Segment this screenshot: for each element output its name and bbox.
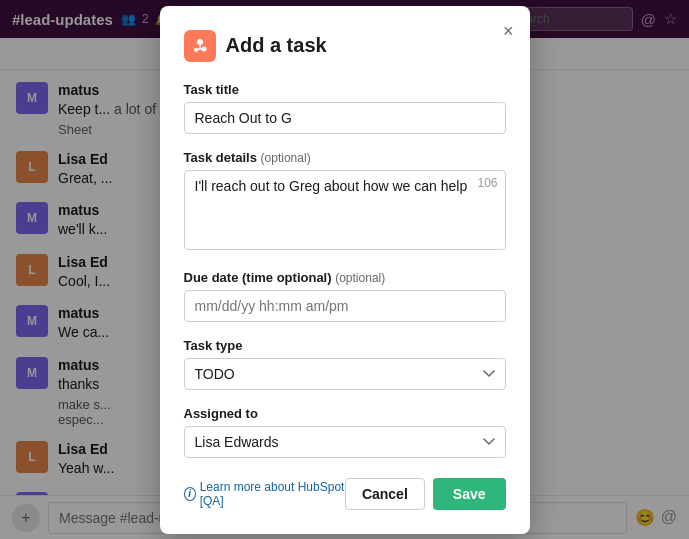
save-button[interactable]: Save [433, 478, 506, 510]
modal-header: Add a task [184, 30, 506, 62]
due-date-label: Due date (time optional) (optional) [184, 270, 506, 285]
modal-close-button[interactable]: × [503, 22, 514, 40]
modal-overlay: × Add a task Task title [0, 0, 689, 539]
assigned-to-select[interactable]: Lisa Edwards [184, 426, 506, 458]
task-type-select[interactable]: TODO CALL EMAIL MEETING [184, 358, 506, 390]
task-details-wrapper: I'll reach out to Greg about how we can … [184, 170, 506, 254]
task-type-label: Task type [184, 338, 506, 353]
footer-actions: Cancel Save [345, 478, 506, 510]
due-date-input[interactable] [184, 290, 506, 322]
task-title-input[interactable] [184, 102, 506, 134]
cancel-button[interactable]: Cancel [345, 478, 425, 510]
task-details-label: Task details (optional) [184, 150, 506, 165]
task-details-group: Task details (optional) I'll reach out t… [184, 150, 506, 254]
info-icon: i [184, 487, 196, 501]
hubspot-logo [184, 30, 216, 62]
char-count: 106 [477, 176, 497, 190]
task-details-textarea[interactable]: I'll reach out to Greg about how we can … [184, 170, 506, 250]
modal-title: Add a task [226, 34, 327, 57]
modal-footer: i Learn more about HubSpot [QA] Cancel S… [184, 478, 506, 510]
assigned-to-label: Assigned to [184, 406, 506, 421]
assigned-to-group: Assigned to Lisa Edwards [184, 406, 506, 458]
task-type-group: Task type TODO CALL EMAIL MEETING [184, 338, 506, 390]
task-title-label: Task title [184, 82, 506, 97]
learn-more-link[interactable]: i Learn more about HubSpot [QA] [184, 480, 345, 508]
due-date-group: Due date (time optional) (optional) [184, 270, 506, 322]
svg-point-0 [197, 39, 203, 45]
svg-line-5 [196, 49, 200, 50]
add-task-modal: × Add a task Task title [160, 6, 530, 534]
task-title-group: Task title [184, 82, 506, 134]
